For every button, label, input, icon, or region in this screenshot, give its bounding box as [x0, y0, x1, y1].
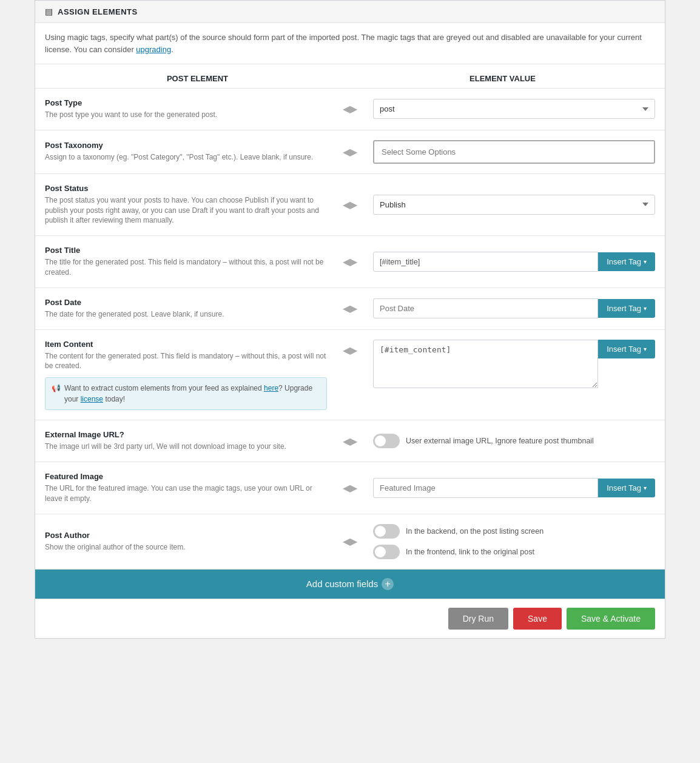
post-date-arrow[interactable]: ◀▶ — [332, 303, 368, 314]
bottom-buttons: Dry Run Save Save & Activate — [35, 599, 665, 638]
insert-tag-label: Insert Tag — [607, 304, 641, 313]
post-type-arrow[interactable]: ◀▶ — [332, 103, 368, 115]
featured-image-insert-tag-button[interactable]: Insert Tag ▾ — [598, 479, 655, 497]
featured-image-input[interactable] — [373, 478, 598, 498]
post-author-backend-row: In the backend, on the post listing scre… — [373, 524, 544, 539]
post-author-frontend-row: In the frontend, link to the original po… — [373, 545, 544, 559]
chevron-down-icon: ▾ — [644, 485, 647, 491]
item-content-desc: The content for the generated post. This… — [45, 351, 327, 372]
item-content-arrow[interactable]: ◀▶ — [332, 340, 368, 356]
chevron-down-icon: ▾ — [644, 346, 647, 352]
featured-image-arrow[interactable]: ◀▶ — [332, 482, 368, 494]
here-link[interactable]: here — [264, 384, 278, 392]
post-title-insert-tag-button[interactable]: Insert Tag ▾ — [598, 252, 655, 271]
post-taxonomy-input[interactable] — [373, 140, 655, 164]
post-author-backend-toggle[interactable] — [373, 524, 400, 539]
upgrading-link[interactable]: upgrading — [136, 45, 171, 54]
post-date-input[interactable] — [373, 298, 598, 318]
post-taxonomy-label: Post Taxonomy — [45, 141, 327, 150]
post-author-desc: Show the original author of the source i… — [45, 542, 327, 553]
insert-tag-chevron-icon: ▾ — [644, 258, 647, 265]
add-custom-fields-button[interactable]: Add custom fields + — [35, 570, 665, 599]
col-header-right: ELEMENT VALUE — [350, 74, 655, 83]
dry-run-button[interactable]: Dry Run — [448, 608, 508, 630]
insert-tag-label: Insert Tag — [607, 257, 641, 266]
external-image-toggle-row: User external image URL, Ignore feature … — [373, 434, 594, 448]
post-status-label: Post Status — [45, 184, 327, 193]
toggle-slider-backend — [373, 524, 400, 539]
post-status-arrow[interactable]: ◀▶ — [332, 199, 368, 210]
post-title-arrow[interactable]: ◀▶ — [332, 256, 368, 267]
external-image-desc: The image url will be 3rd party url, We … — [45, 442, 327, 452]
row-external-image: External Image URL? The image url will b… — [35, 420, 665, 462]
post-taxonomy-desc: Assign to a taxonomy (eg. "Post Category… — [45, 152, 327, 163]
row-post-type: Post Type The post type you want to use … — [35, 89, 665, 130]
external-image-toggle[interactable] — [373, 434, 400, 448]
post-taxonomy-arrow[interactable]: ◀▶ — [332, 146, 368, 158]
insert-tag-label: Insert Tag — [607, 345, 641, 354]
panel-description: Using magic tags, specify what part(s) o… — [35, 23, 665, 64]
external-image-toggle-label: User external image URL, Ignore feature … — [406, 437, 594, 445]
row-post-author: Post Author Show the original author of … — [35, 514, 665, 570]
upgrade-text: Want to extract custom elements from you… — [64, 383, 320, 405]
insert-tag-label: Insert Tag — [607, 483, 641, 492]
row-post-title: Post Title The title for the generated p… — [35, 236, 665, 288]
external-image-arrow[interactable]: ◀▶ — [332, 435, 368, 447]
post-status-desc: The post status you want your posts to h… — [45, 195, 327, 226]
item-content-label: Item Content — [45, 340, 327, 349]
table-header: POST ELEMENT ELEMENT VALUE — [35, 64, 665, 89]
featured-image-label: Featured Image — [45, 472, 327, 481]
megaphone-icon: 📢 — [52, 383, 61, 394]
row-post-status: Post Status The post status you want you… — [35, 174, 665, 236]
chevron-down-icon: ▾ — [644, 305, 647, 312]
row-post-date: Post Date The date for the generated pos… — [35, 288, 665, 330]
description-text: Using magic tags, specify what part(s) o… — [45, 33, 642, 54]
post-title-desc: The title for the generated post. This f… — [45, 257, 327, 278]
save-activate-button[interactable]: Save & Activate — [567, 608, 655, 630]
post-author-frontend-toggle[interactable] — [373, 545, 400, 559]
item-content-textarea[interactable]: [#item_content] — [373, 340, 598, 388]
add-custom-fields-label: Add custom fields — [306, 579, 378, 589]
featured-image-desc: The URL for the featured image. You can … — [45, 483, 327, 504]
toggle-slider — [373, 434, 400, 448]
external-image-label: External Image URL? — [45, 430, 327, 439]
post-author-backend-label: In the backend, on the post listing scre… — [406, 527, 544, 536]
item-content-insert-tag-button[interactable]: Insert Tag ▾ — [598, 340, 655, 358]
panel-header: ▤ ASSIGN ELEMENTS — [35, 1, 665, 23]
post-title-input[interactable] — [373, 252, 598, 272]
toggle-slider-frontend — [373, 545, 400, 559]
post-date-label: Post Date — [45, 298, 327, 307]
post-title-label: Post Title — [45, 246, 327, 255]
assign-elements-panel: ▤ ASSIGN ELEMENTS Using magic tags, spec… — [35, 0, 665, 639]
upgrade-notice: 📢 Want to extract custom elements from y… — [45, 377, 327, 410]
post-type-desc: The post type you want to use for the ge… — [45, 110, 327, 120]
row-item-content: Item Content The content for the generat… — [35, 330, 665, 421]
post-author-arrow[interactable]: ◀▶ — [332, 536, 368, 547]
row-post-taxonomy: Post Taxonomy Assign to a taxonomy (eg. … — [35, 130, 665, 174]
add-icon: + — [382, 578, 394, 590]
post-type-label: Post Type — [45, 98, 327, 107]
post-type-select[interactable]: post page — [373, 99, 655, 119]
save-button[interactable]: Save — [513, 608, 562, 630]
row-featured-image: Featured Image The URL for the featured … — [35, 462, 665, 514]
panel-title: ASSIGN ELEMENTS — [58, 7, 138, 16]
license-link[interactable]: license — [81, 395, 103, 403]
post-author-frontend-label: In the frontend, link to the original po… — [406, 548, 534, 556]
panel-icon: ▤ — [45, 7, 53, 16]
post-author-label: Post Author — [45, 531, 327, 540]
post-status-select[interactable]: Publish Draft Pending — [373, 195, 655, 215]
post-date-insert-tag-button[interactable]: Insert Tag ▾ — [598, 299, 655, 318]
post-date-desc: The date for the generated post. Leave b… — [45, 309, 327, 320]
post-author-toggle-section: In the backend, on the post listing scre… — [373, 524, 544, 559]
col-header-left: POST ELEMENT — [45, 74, 350, 83]
